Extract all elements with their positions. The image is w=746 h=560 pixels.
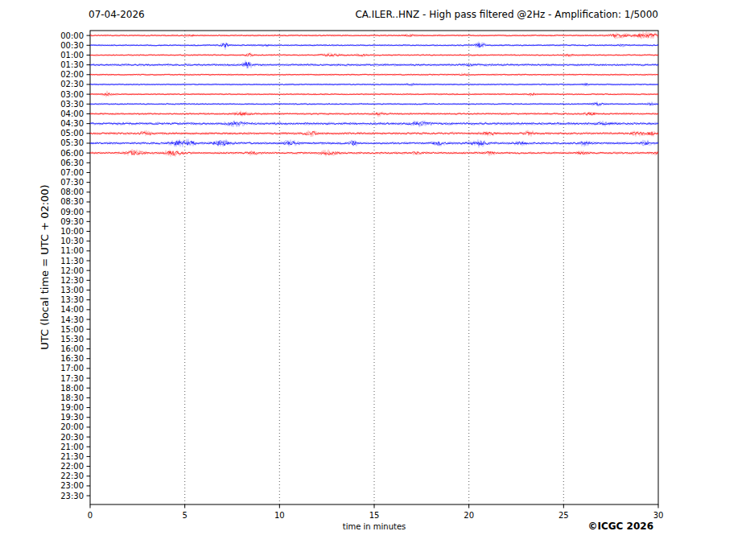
helicorder-plot: 00:0000:3001:0001:3002:0002:3003:0003:30… [0, 0, 746, 560]
y-tick-label: 15:30 [60, 335, 84, 344]
x-tick-label: 5 [182, 511, 187, 520]
y-tick-label: 13:30 [60, 295, 84, 304]
y-tick-label: 21:30 [60, 452, 84, 461]
y-tick-label: 11:00 [60, 246, 84, 255]
trace-row-0030 [90, 42, 658, 49]
y-tick-label: 08:00 [60, 187, 84, 196]
y-tick-label: 02:30 [60, 80, 84, 89]
y-tick-label: 10:30 [60, 237, 84, 245]
y-tick-label: 01:30 [60, 60, 84, 69]
y-tick-label: 12:30 [60, 276, 84, 285]
y-tick-label: 03:30 [60, 100, 84, 109]
y-tick-label: 07:30 [60, 178, 84, 187]
y-tick-label: 08:30 [60, 197, 84, 206]
x-tick-label: 25 [558, 511, 569, 520]
x-axis-label: time in minutes [343, 522, 406, 531]
y-tick-label: 09:30 [60, 217, 84, 226]
y-tick-label: 01:00 [60, 51, 84, 60]
y-tick-label: 06:30 [60, 159, 84, 167]
y-tick-label: 20:30 [60, 433, 84, 442]
copyright-label: ©ICGC 2026 [587, 521, 653, 532]
y-tick-label: 05:00 [60, 129, 84, 138]
x-tick-label: 10 [274, 511, 285, 520]
y-tick-label: 14:00 [60, 305, 84, 314]
y-tick-label: 04:00 [60, 109, 84, 118]
y-tick-label: 22:30 [60, 471, 84, 480]
helicorder-figure: 07-04-2026 CA.ILER..HNZ - High pass filt… [0, 0, 746, 560]
y-tick-label: 03:00 [60, 90, 84, 99]
y-tick-label: 00:30 [60, 41, 84, 50]
x-tick-label: 30 [653, 511, 664, 520]
y-tick-label: 22:00 [60, 462, 84, 471]
y-tick-label: 09:00 [60, 208, 84, 216]
y-tick-label: 20:00 [60, 422, 84, 431]
y-tick-label: 11:30 [60, 257, 84, 266]
x-tick-label: 15 [369, 511, 380, 520]
y-tick-label: 23:30 [60, 492, 84, 500]
y-tick-label: 12:00 [60, 266, 84, 275]
y-tick-label: 23:00 [60, 481, 84, 490]
y-tick-label: 18:00 [60, 384, 84, 393]
y-tick-label: 14:30 [60, 315, 84, 324]
y-tick-label: 19:00 [60, 403, 84, 412]
y-tick-label: 00:00 [60, 31, 84, 40]
y-tick-label: 06:00 [60, 149, 84, 158]
y-tick-label: 02:00 [60, 70, 84, 79]
x-tick-label: 20 [464, 511, 474, 520]
y-tick-label: 07:00 [60, 168, 84, 177]
y-tick-label: 19:30 [60, 413, 84, 422]
y-tick-label: 18:30 [60, 393, 84, 402]
y-tick-label: 04:30 [60, 119, 84, 128]
y-tick-label: 17:30 [60, 374, 84, 383]
y-tick-label: 15:00 [60, 325, 84, 334]
y-tick-label: 13:00 [60, 286, 84, 294]
y-tick-label: 05:30 [60, 138, 84, 147]
x-tick-label: 0 [88, 511, 93, 520]
y-tick-label: 21:00 [60, 443, 84, 451]
y-tick-label: 16:00 [60, 344, 84, 353]
y-tick-label: 17:00 [60, 364, 84, 373]
y-tick-label: 10:00 [60, 227, 84, 236]
y-tick-label: 16:30 [60, 354, 84, 363]
